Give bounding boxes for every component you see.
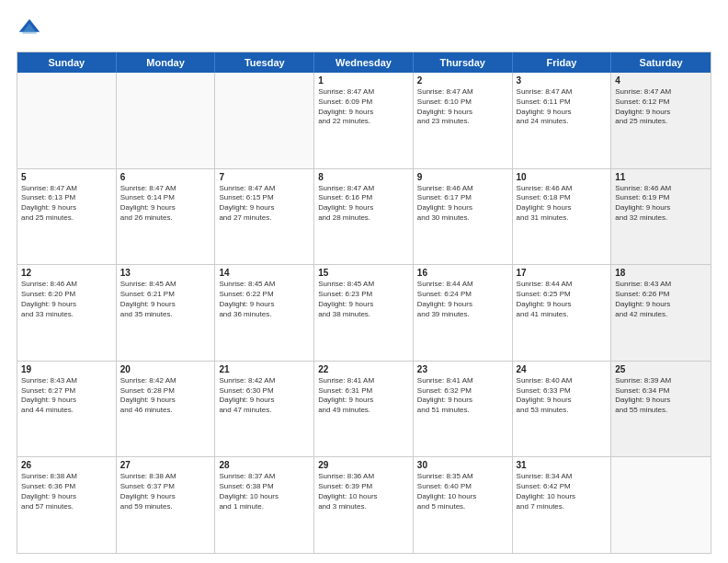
day-number: 7 bbox=[219, 172, 310, 182]
header-day-thursday: Thursday bbox=[414, 52, 513, 73]
day-number: 14 bbox=[219, 268, 310, 278]
calendar-week-5: 26Sunrise: 8:38 AM Sunset: 6:36 PM Dayli… bbox=[17, 457, 711, 553]
cell-content: Sunrise: 8:41 AM Sunset: 6:32 PM Dayligh… bbox=[417, 376, 508, 416]
day-number: 2 bbox=[417, 75, 508, 86]
logo bbox=[17, 17, 46, 42]
cell-content: Sunrise: 8:38 AM Sunset: 6:37 PM Dayligh… bbox=[120, 472, 211, 511]
header-day-saturday: Saturday bbox=[611, 52, 711, 73]
calendar-cell: 5Sunrise: 8:47 AM Sunset: 6:13 PM Daylig… bbox=[17, 169, 117, 265]
cell-content: Sunrise: 8:42 AM Sunset: 6:30 PM Dayligh… bbox=[219, 376, 310, 416]
calendar-cell: 1Sunrise: 8:47 AM Sunset: 6:09 PM Daylig… bbox=[314, 73, 414, 168]
day-number: 17 bbox=[517, 268, 608, 278]
calendar: SundayMondayTuesdayWednesdayThursdayFrid… bbox=[17, 52, 711, 554]
day-number: 25 bbox=[615, 364, 707, 374]
day-number: 18 bbox=[615, 268, 707, 278]
calendar-cell: 29Sunrise: 8:36 AM Sunset: 6:39 PM Dayli… bbox=[314, 457, 414, 553]
logo-icon bbox=[17, 17, 42, 42]
cell-content: Sunrise: 8:45 AM Sunset: 6:22 PM Dayligh… bbox=[219, 280, 310, 319]
calendar-cell bbox=[117, 73, 216, 168]
cell-content: Sunrise: 8:42 AM Sunset: 6:28 PM Dayligh… bbox=[120, 376, 211, 416]
day-number: 4 bbox=[615, 75, 707, 86]
day-number: 20 bbox=[120, 364, 211, 374]
calendar-cell: 6Sunrise: 8:47 AM Sunset: 6:14 PM Daylig… bbox=[117, 169, 216, 265]
cell-content: Sunrise: 8:47 AM Sunset: 6:15 PM Dayligh… bbox=[219, 184, 310, 224]
day-number: 16 bbox=[417, 268, 508, 278]
calendar-week-1: 1Sunrise: 8:47 AM Sunset: 6:09 PM Daylig… bbox=[17, 73, 711, 169]
day-number: 1 bbox=[318, 75, 409, 86]
calendar-header: SundayMondayTuesdayWednesdayThursdayFrid… bbox=[17, 52, 711, 73]
cell-content: Sunrise: 8:45 AM Sunset: 6:23 PM Dayligh… bbox=[318, 280, 409, 319]
calendar-cell: 25Sunrise: 8:39 AM Sunset: 6:34 PM Dayli… bbox=[611, 362, 711, 457]
day-number: 11 bbox=[615, 172, 707, 182]
cell-content: Sunrise: 8:47 AM Sunset: 6:09 PM Dayligh… bbox=[318, 87, 409, 127]
cell-content: Sunrise: 8:47 AM Sunset: 6:10 PM Dayligh… bbox=[417, 87, 508, 127]
cell-content: Sunrise: 8:44 AM Sunset: 6:25 PM Dayligh… bbox=[517, 280, 608, 319]
day-number: 30 bbox=[417, 460, 508, 470]
day-number: 13 bbox=[120, 268, 211, 278]
cell-content: Sunrise: 8:41 AM Sunset: 6:31 PM Dayligh… bbox=[318, 376, 409, 416]
cell-content: Sunrise: 8:47 AM Sunset: 6:11 PM Dayligh… bbox=[517, 87, 608, 127]
day-number: 3 bbox=[517, 75, 608, 86]
calendar-cell: 19Sunrise: 8:43 AM Sunset: 6:27 PM Dayli… bbox=[17, 362, 117, 457]
day-number: 27 bbox=[120, 460, 211, 470]
cell-content: Sunrise: 8:39 AM Sunset: 6:34 PM Dayligh… bbox=[615, 376, 707, 416]
calendar-cell bbox=[17, 73, 117, 168]
calendar-cell: 9Sunrise: 8:46 AM Sunset: 6:17 PM Daylig… bbox=[414, 169, 513, 265]
cell-content: Sunrise: 8:36 AM Sunset: 6:39 PM Dayligh… bbox=[318, 472, 409, 511]
calendar-cell: 26Sunrise: 8:38 AM Sunset: 6:36 PM Dayli… bbox=[17, 457, 117, 553]
calendar-cell: 16Sunrise: 8:44 AM Sunset: 6:24 PM Dayli… bbox=[414, 265, 513, 361]
header-day-sunday: Sunday bbox=[17, 52, 117, 73]
calendar-cell: 14Sunrise: 8:45 AM Sunset: 6:22 PM Dayli… bbox=[215, 265, 314, 361]
day-number: 9 bbox=[417, 172, 508, 182]
day-number: 8 bbox=[318, 172, 409, 182]
day-number: 28 bbox=[219, 460, 310, 470]
cell-content: Sunrise: 8:47 AM Sunset: 6:14 PM Dayligh… bbox=[120, 184, 211, 224]
calendar-cell: 10Sunrise: 8:46 AM Sunset: 6:18 PM Dayli… bbox=[513, 169, 612, 265]
calendar-cell: 21Sunrise: 8:42 AM Sunset: 6:30 PM Dayli… bbox=[215, 362, 314, 457]
cell-content: Sunrise: 8:43 AM Sunset: 6:27 PM Dayligh… bbox=[21, 376, 112, 416]
day-number: 19 bbox=[21, 364, 112, 374]
calendar-cell: 30Sunrise: 8:35 AM Sunset: 6:40 PM Dayli… bbox=[414, 457, 513, 553]
day-number: 26 bbox=[21, 460, 112, 470]
day-number: 22 bbox=[318, 364, 409, 374]
calendar-cell: 15Sunrise: 8:45 AM Sunset: 6:23 PM Dayli… bbox=[314, 265, 414, 361]
calendar-cell: 13Sunrise: 8:45 AM Sunset: 6:21 PM Dayli… bbox=[117, 265, 216, 361]
cell-content: Sunrise: 8:46 AM Sunset: 6:17 PM Dayligh… bbox=[417, 184, 508, 224]
cell-content: Sunrise: 8:34 AM Sunset: 6:42 PM Dayligh… bbox=[517, 472, 608, 511]
cell-content: Sunrise: 8:38 AM Sunset: 6:36 PM Dayligh… bbox=[21, 472, 112, 511]
cell-content: Sunrise: 8:43 AM Sunset: 6:26 PM Dayligh… bbox=[615, 280, 707, 319]
calendar-cell: 24Sunrise: 8:40 AM Sunset: 6:33 PM Dayli… bbox=[513, 362, 612, 457]
page-header bbox=[17, 17, 711, 42]
calendar-body: 1Sunrise: 8:47 AM Sunset: 6:09 PM Daylig… bbox=[17, 73, 711, 553]
calendar-cell: 28Sunrise: 8:37 AM Sunset: 6:38 PM Dayli… bbox=[215, 457, 314, 553]
calendar-cell: 17Sunrise: 8:44 AM Sunset: 6:25 PM Dayli… bbox=[513, 265, 612, 361]
day-number: 10 bbox=[517, 172, 608, 182]
day-number: 23 bbox=[417, 364, 508, 374]
cell-content: Sunrise: 8:44 AM Sunset: 6:24 PM Dayligh… bbox=[417, 280, 508, 319]
cell-content: Sunrise: 8:46 AM Sunset: 6:19 PM Dayligh… bbox=[615, 184, 707, 224]
cell-content: Sunrise: 8:47 AM Sunset: 6:16 PM Dayligh… bbox=[318, 184, 409, 224]
calendar-cell: 12Sunrise: 8:46 AM Sunset: 6:20 PM Dayli… bbox=[17, 265, 117, 361]
header-day-wednesday: Wednesday bbox=[314, 52, 414, 73]
cell-content: Sunrise: 8:46 AM Sunset: 6:18 PM Dayligh… bbox=[517, 184, 608, 224]
day-number: 29 bbox=[318, 460, 409, 470]
day-number: 6 bbox=[120, 172, 211, 182]
calendar-cell: 20Sunrise: 8:42 AM Sunset: 6:28 PM Dayli… bbox=[117, 362, 216, 457]
cell-content: Sunrise: 8:37 AM Sunset: 6:38 PM Dayligh… bbox=[219, 472, 310, 511]
calendar-cell: 22Sunrise: 8:41 AM Sunset: 6:31 PM Dayli… bbox=[314, 362, 414, 457]
cell-content: Sunrise: 8:45 AM Sunset: 6:21 PM Dayligh… bbox=[120, 280, 211, 319]
cell-content: Sunrise: 8:46 AM Sunset: 6:20 PM Dayligh… bbox=[21, 280, 112, 319]
day-number: 21 bbox=[219, 364, 310, 374]
calendar-cell: 18Sunrise: 8:43 AM Sunset: 6:26 PM Dayli… bbox=[611, 265, 711, 361]
header-day-monday: Monday bbox=[117, 52, 216, 73]
cell-content: Sunrise: 8:35 AM Sunset: 6:40 PM Dayligh… bbox=[417, 472, 508, 511]
calendar-cell: 11Sunrise: 8:46 AM Sunset: 6:19 PM Dayli… bbox=[611, 169, 711, 265]
day-number: 12 bbox=[21, 268, 112, 278]
day-number: 24 bbox=[517, 364, 608, 374]
calendar-cell bbox=[611, 457, 711, 553]
calendar-week-2: 5Sunrise: 8:47 AM Sunset: 6:13 PM Daylig… bbox=[17, 169, 711, 266]
calendar-cell: 7Sunrise: 8:47 AM Sunset: 6:15 PM Daylig… bbox=[215, 169, 314, 265]
day-number: 31 bbox=[517, 460, 608, 470]
calendar-cell: 4Sunrise: 8:47 AM Sunset: 6:12 PM Daylig… bbox=[611, 73, 711, 168]
calendar-cell: 23Sunrise: 8:41 AM Sunset: 6:32 PM Dayli… bbox=[414, 362, 513, 457]
